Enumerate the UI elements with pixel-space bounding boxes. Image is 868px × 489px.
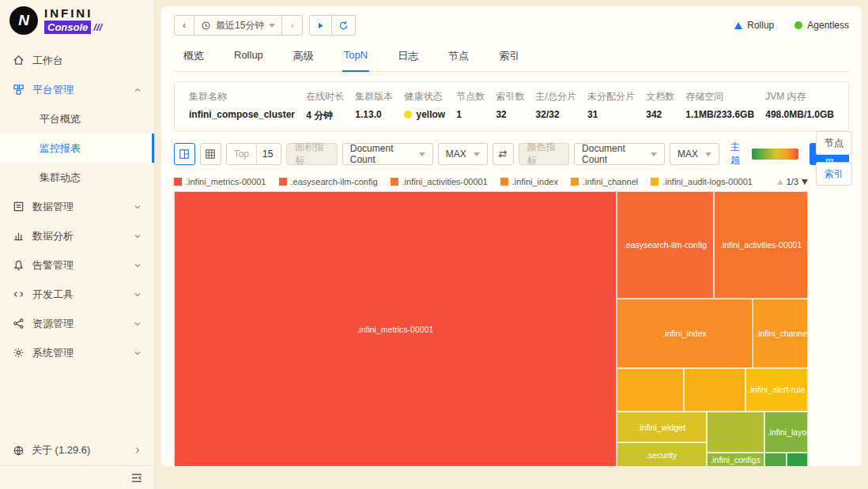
time-range-selector[interactable]: 最近15分钟 [194,15,282,36]
theme-label[interactable]: 主题 [730,141,747,167]
dimension-side-tabs: 节点 索引 [816,131,852,186]
chevron-down-icon [134,320,142,328]
legend-item[interactable]: .infini_channel [571,177,638,186]
page-up-icon[interactable] [777,179,783,185]
stat-label: 主/总分片 [536,90,576,103]
about-item[interactable]: 关于 (1.29.6) [0,435,154,465]
stat-value: 32/32 [536,109,576,120]
tab-节点[interactable]: 节点 [447,43,470,71]
tab-概览[interactable]: 概览 [182,43,206,71]
top-n-control: Top [226,143,282,165]
swap-icon [497,149,508,160]
agentless-indicator[interactable]: Agentless [794,20,849,31]
rollup-indicator[interactable]: Rollup [734,20,774,31]
treemap-toolbar: Top 面积指标 Document Count MAX 颜色指标 Docum [174,141,849,167]
legend-item[interactable]: .infini_metrics-00001 [174,177,266,186]
agentless-dot-icon [794,21,802,29]
auto-refresh-play-button[interactable] [309,15,332,36]
color-metric-button[interactable]: 颜色指标 [519,143,570,165]
treemap-node[interactable] [707,412,764,453]
sidebar-item-alert-management[interactable]: 告警管理 [0,250,154,280]
treemap-node-infini_layout[interactable]: .infini_layout [764,412,808,453]
color-metric-agg-select[interactable]: MAX [670,143,719,165]
topbar: ‹ 最近15分钟 › [174,14,849,36]
stat-label: 集群版本 [355,90,393,103]
treemap-node[interactable] [684,368,745,412]
tabs-bar: 概览Rollup高级TopN日志节点索引 [174,43,849,72]
treemap-node-infini_metrics-00001[interactable]: .infini_metrics-00001 [174,191,617,466]
sidebar-item-platform-overview[interactable]: 平台概览 [0,104,154,134]
refresh-button[interactable] [332,15,356,36]
sidebar-item-data-management[interactable]: 数据管理 [0,192,154,221]
chevron-up-icon [134,86,142,94]
chevron-down-icon [134,203,142,211]
treemap-node-infini_widget[interactable]: .infini_widget [617,412,707,442]
globe-icon [13,445,25,457]
time-back-button[interactable]: ‹ [174,15,194,36]
sidebar-item-data-analysis[interactable]: 数据分析 [0,221,154,250]
color-metric-field-select[interactable]: Document Count [574,143,665,165]
caret-down-icon [651,152,657,156]
treemap-node-infini_alert-rule[interactable]: .infini_alert-rule [745,368,808,412]
top-n-label: Top [227,144,256,164]
legend-item[interactable]: .infini_audit-logs-00001 [651,177,753,186]
stat-label: 未分配分片 [587,90,635,103]
treemap-view-button[interactable] [174,143,195,165]
legend-item[interactable]: .infini_index [500,177,558,186]
legend-items: .infini_metrics-00001.easysearch-ilm-con… [174,177,753,186]
tab-TopN[interactable]: TopN [342,43,369,72]
cluster-stat: 未分配分片31 [587,90,635,122]
treemap-node[interactable] [787,453,808,466]
tab-Rollup[interactable]: Rollup [232,43,265,71]
cluster-stat: 文档数342 [646,90,674,122]
cluster-stat: 节点数1 [456,90,485,122]
treemap-node[interactable] [764,453,787,466]
area-metric-button[interactable]: 面积指标 [286,143,338,165]
sidebar-item-workbench[interactable]: 工作台 [0,46,154,75]
tab-索引[interactable]: 索引 [497,43,521,71]
cluster-stat: 主/总分片32/32 [536,90,576,122]
stat-value: 342 [646,109,674,120]
top-n-input[interactable] [256,144,281,164]
stat-value: 498.0MB/1.0GB [765,109,834,120]
sidebar-item-system-management[interactable]: 系统管理 [0,338,154,367]
stat-value: 31 [587,109,635,120]
caret-down-icon [705,152,711,156]
tab-日志[interactable]: 日志 [396,43,420,71]
treemap-node-infini_configs[interactable]: .infini_configs [707,453,764,466]
treemap-node[interactable] [617,368,684,412]
sidebar-item-platform-management[interactable]: 平台管理 [0,75,154,104]
sidebar-collapse-button[interactable] [0,465,154,489]
sidebar-item-resource-management[interactable]: 资源管理 [0,309,154,338]
sidebar-item-dev-tools[interactable]: 开发工具 [0,280,154,309]
menu-fold-icon [130,472,143,484]
clock-icon [201,21,211,31]
area-metric-field-select[interactable]: Document Count [342,143,433,165]
sidebar-item-monitoring-reports[interactable]: 监控报表 [0,134,154,163]
treemap-node-infini_activities-00001[interactable]: .infini_activities-00001 [714,191,808,299]
theme-gradient-picker[interactable] [752,149,798,160]
home-icon [13,55,25,66]
time-forward-button[interactable]: › [282,15,303,36]
monitoring-card: ‹ 最近15分钟 › [161,6,862,466]
app-root: N INFINI Console /// 工作台 平台管理 平台概览 [0,0,868,489]
stat-label: 集群名称 [189,90,295,103]
caret-down-icon [419,152,425,156]
cluster-stat: JVM 内存498.0MB/1.0GB [765,90,834,122]
legend-pager: 1/3 [777,177,808,186]
side-tab-nodes[interactable]: 节点 [816,131,852,155]
swap-metrics-button[interactable] [492,143,514,165]
treemap-node-easysearch-ilm-config[interactable]: .easysearch-ilm-config [617,191,715,299]
tab-高级[interactable]: 高级 [292,43,315,71]
area-metric-agg-select[interactable]: MAX [438,143,488,165]
treemap-node-infini_index[interactable]: .infini_index [617,299,753,368]
app-logo: N INFINI Console /// [0,0,154,41]
sidebar-item-cluster-activities[interactable]: 集群动态 [0,163,154,192]
legend-item[interactable]: .easysearch-ilm-config [279,177,378,186]
page-down-icon[interactable] [802,179,808,185]
treemap-node-security[interactable]: .security [617,442,707,466]
grid-view-button[interactable] [200,143,221,165]
side-tab-indices[interactable]: 索引 [816,162,852,186]
treemap-node-infini_channel[interactable]: .infini_channel [753,299,808,368]
legend-item[interactable]: .infini_activities-00001 [391,177,488,186]
